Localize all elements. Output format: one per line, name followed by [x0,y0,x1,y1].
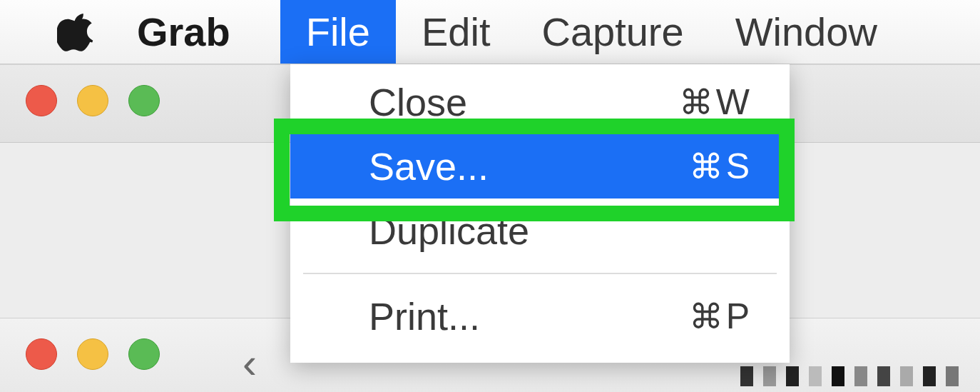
shortcut: ⌘W [679,81,750,123]
minimize-window-icon[interactable] [77,85,108,116]
menu-item-label: Print... [369,294,480,338]
menu-item-label: Save... [369,144,489,189]
shortcut: ⌘P [689,296,750,337]
app-name[interactable]: Grab [137,9,230,55]
menu-item-duplicate[interactable]: Duplicate [290,198,790,263]
menu-item-print[interactable]: Print... ⌘P [290,284,790,348]
zoom-window-icon[interactable] [128,338,160,370]
menubar: Grab File Edit Capture Window [0,0,980,64]
menu-item-label: Close [369,80,467,124]
command-icon: ⌘ [689,296,723,336]
command-icon: ⌘ [679,82,713,122]
close-window-icon[interactable] [26,85,57,116]
zoom-window-icon[interactable] [128,85,160,116]
apple-logo-icon[interactable] [57,11,94,54]
menu-separator [303,273,777,274]
menu-edit[interactable]: Edit [396,0,516,64]
file-dropdown-menu: Close ⌘W Save... ⌘S Duplicate Print... ⌘… [290,64,790,363]
minimize-window-icon[interactable] [77,338,108,370]
shortcut: ⌘S [689,146,750,187]
menu-capture[interactable]: Capture [516,0,709,64]
menu-item-label: Duplicate [369,208,529,253]
close-window-icon[interactable] [26,338,57,370]
menu-item-save[interactable]: Save... ⌘S [290,134,790,198]
back-chevron-icon[interactable]: ‹ [243,338,257,388]
menu-window[interactable]: Window [710,0,903,64]
decorative-noise [740,366,959,386]
menu-item-close[interactable]: Close ⌘W [290,70,790,134]
menu-file[interactable]: File [280,0,396,64]
command-icon: ⌘ [689,146,723,186]
